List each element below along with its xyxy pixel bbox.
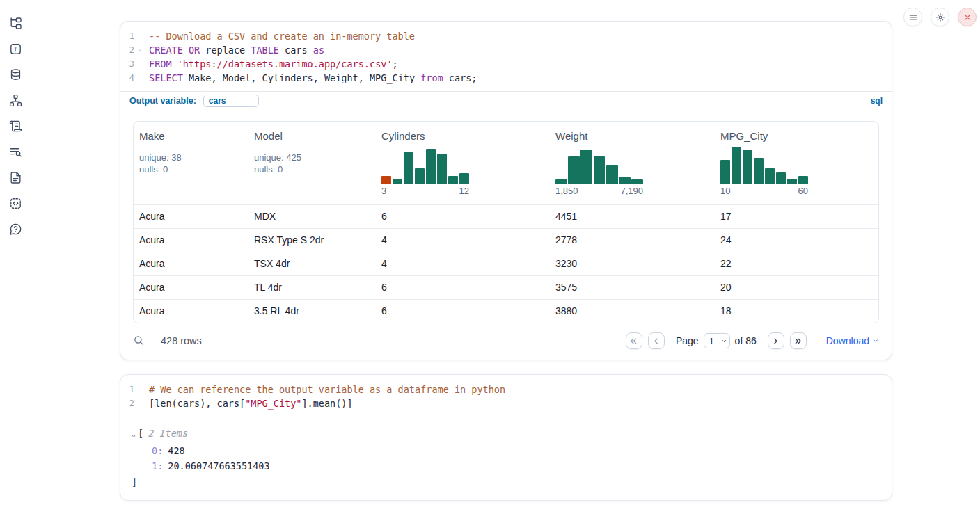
code-square-icon[interactable]: [8, 196, 22, 210]
table-body: AcuraMDX6445117AcuraRSX Type S 2dr427782…: [134, 204, 878, 323]
file-tree-icon[interactable]: [8, 16, 22, 30]
list-search-icon[interactable]: [8, 145, 22, 159]
histogram-bar: [568, 156, 580, 184]
settings-button[interactable]: [931, 8, 949, 26]
python-code-editor[interactable]: 1# We can reference the output variable …: [120, 375, 892, 417]
histogram-bar: [594, 156, 606, 184]
histogram-bar: [743, 150, 752, 184]
table-row[interactable]: AcuraTL 4dr6357520: [134, 275, 878, 299]
table-cell: TSX 4dr: [248, 252, 376, 275]
hamburger-menu-icon: [908, 13, 918, 22]
line-number: 2⌄: [120, 43, 143, 57]
column-header-cylinders[interactable]: Cylinders312: [376, 122, 550, 204]
table-cell: TL 4dr: [248, 276, 376, 299]
code-line: 1-- Download a CSV and create an in-memo…: [120, 29, 892, 43]
previous-page-button[interactable]: [648, 332, 665, 349]
table-row[interactable]: Acura3.5 RL 4dr6388018: [134, 299, 878, 323]
table-row[interactable]: AcuraRSX Type S 2dr4277824: [134, 228, 878, 252]
table-cell: 3230: [550, 252, 715, 275]
page-select[interactable]: 1: [704, 333, 730, 348]
notebook: 1-- Download a CSV and create an in-memo…: [120, 21, 892, 501]
histogram-bar: [415, 168, 425, 184]
histogram-bar: [404, 152, 413, 184]
close-icon: [963, 13, 972, 22]
code-text: -- Download a CSV and create an in-memor…: [143, 29, 415, 43]
column-label: Make: [139, 130, 243, 142]
table-row[interactable]: AcuraTSX 4dr4323022: [134, 252, 878, 275]
function-square-icon[interactable]: ƒ: [8, 42, 22, 56]
column-histogram: 1,8507,190: [555, 147, 643, 196]
table-row[interactable]: AcuraMDX6445117: [134, 204, 878, 228]
scroll-icon[interactable]: [8, 119, 22, 133]
histogram-bar: [798, 176, 808, 184]
code-text: # We can reference the output variable a…: [143, 383, 505, 396]
column-header-make[interactable]: Makeunique: 38nulls: 0: [134, 122, 248, 204]
histogram-bar: [754, 158, 764, 184]
table-cell: Acura: [134, 252, 248, 275]
column-header-mpg_city[interactable]: MPG_City1060: [715, 122, 878, 204]
output-list-header: ⌄[2 Items: [132, 426, 880, 442]
bracket-open: [: [138, 428, 143, 439]
histogram-bar: [448, 176, 458, 184]
column-label: Cylinders: [381, 130, 544, 142]
column-histogram: 1060: [720, 147, 808, 196]
output-variable-label: Output variable:: [129, 96, 196, 106]
column-label: MPG_City: [720, 130, 873, 142]
histogram-axis: 1060: [720, 186, 808, 196]
dependency-graph-icon[interactable]: [8, 93, 22, 107]
download-button[interactable]: Download: [826, 335, 879, 346]
menu-button[interactable]: [903, 8, 922, 26]
table-cell: 2778: [550, 229, 715, 252]
table-cell: 3880: [550, 300, 715, 323]
column-header-weight[interactable]: Weight1,8507,190: [550, 122, 715, 204]
table-cell: 18: [715, 300, 878, 323]
table-cell: 22: [715, 252, 878, 275]
page-label: Page: [676, 335, 699, 346]
code-line: 2[len(cars), cars["MPG_City"].mean()]: [120, 396, 892, 410]
histogram-bar: [720, 160, 730, 184]
table-cell: 20: [715, 276, 878, 299]
output-list-item: 1:20.060747663551403: [152, 458, 880, 474]
histogram-bar: [426, 149, 436, 184]
code-text: [len(cars), cars["MPG_City"].mean()]: [143, 396, 353, 410]
last-page-button[interactable]: [790, 332, 807, 349]
svg-text:ƒ: ƒ: [13, 45, 17, 53]
download-label: Download: [826, 335, 869, 346]
line-number: 3: [120, 57, 143, 71]
sql-code-editor[interactable]: 1-- Download a CSV and create an in-memo…: [120, 22, 892, 91]
column-stats: unique: 38nulls: 0: [139, 152, 243, 175]
table-cell: RSX Type S 2dr: [248, 229, 376, 252]
output-list-body: 0:4281:20.060747663551403: [143, 442, 880, 475]
table-cell: 24: [715, 229, 878, 252]
page-select-wrap: 1: [704, 333, 730, 348]
histogram-axis: 312: [381, 186, 469, 196]
next-page-button[interactable]: [768, 332, 784, 349]
histogram-bar: [765, 168, 775, 184]
chevron-down-icon: [872, 337, 879, 344]
table-cell: 6: [376, 205, 550, 228]
chevron-right-icon: [771, 337, 780, 346]
table-header-row: Makeunique: 38nulls: 0Modelunique: 425nu…: [134, 122, 878, 204]
column-header-model[interactable]: Modelunique: 425nulls: 0: [248, 122, 376, 204]
shutdown-button[interactable]: [958, 8, 977, 26]
table-cell: Acura: [134, 229, 248, 252]
collapse-chevron-icon[interactable]: ⌄: [132, 430, 136, 438]
document-icon[interactable]: [8, 170, 22, 184]
item-index: 1:: [152, 460, 163, 472]
first-page-button[interactable]: [626, 332, 642, 349]
help-chat-icon[interactable]: [8, 222, 22, 236]
result-table: Makeunique: 38nulls: 0Modelunique: 425nu…: [133, 121, 879, 323]
output-variable-input[interactable]: [203, 95, 259, 107]
database-icon[interactable]: [8, 67, 22, 81]
table-cell: 17: [715, 205, 878, 228]
sql-cell: 1-- Download a CSV and create an in-memo…: [120, 21, 892, 360]
fold-chevron-icon[interactable]: ⌄: [139, 42, 142, 56]
search-icon[interactable]: [133, 335, 145, 347]
histogram-bar: [459, 173, 469, 184]
table-cell: 6: [376, 276, 550, 299]
items-count: 2 Items: [148, 428, 188, 439]
left-sidebar: ƒ: [0, 0, 31, 507]
table-footer: 428 rows Page 1 of 86: [120, 323, 892, 360]
column-histogram: 312: [381, 147, 469, 196]
column-label: Model: [254, 130, 370, 142]
